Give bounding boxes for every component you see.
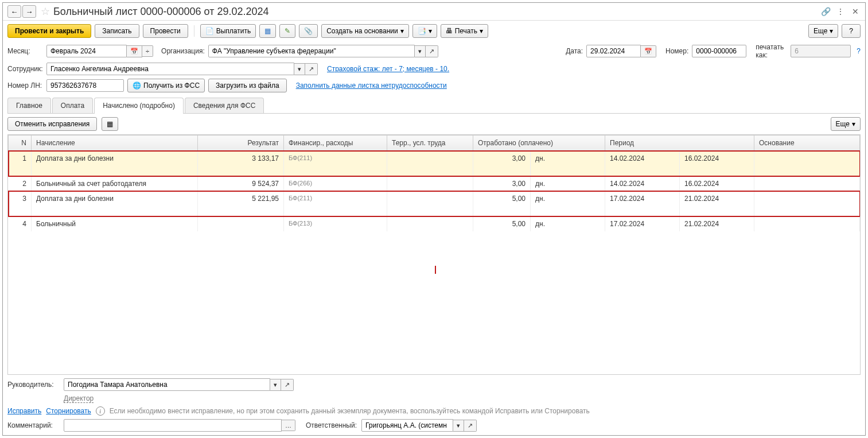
table-row[interactable]: 2Больничный за счет работодателя9 524,37…	[9, 176, 860, 192]
storno-link[interactable]: Сторнировать	[46, 407, 91, 415]
resp-label: Ответственный:	[306, 421, 357, 429]
link-icon[interactable]: 🔗	[820, 6, 831, 17]
director-link[interactable]: Директор	[64, 394, 94, 403]
tab-accrued[interactable]: Начислено (подробно)	[94, 98, 184, 113]
save-button[interactable]: Записать	[95, 24, 139, 38]
info-icon: i	[96, 406, 105, 416]
more-menu-icon[interactable]: ⋮	[835, 6, 846, 17]
table-settings-button[interactable]: ▦	[102, 117, 118, 131]
ln-label: Номер ЛН:	[7, 82, 43, 90]
th-fin[interactable]: Финансир., расходы	[284, 135, 387, 151]
tab-fss[interactable]: Сведения для ФСС	[185, 98, 264, 113]
number-input[interactable]	[692, 45, 746, 57]
resp-input[interactable]	[361, 419, 453, 432]
document-icon: ▦	[264, 27, 271, 35]
print-as-label: печатать как:	[756, 43, 787, 59]
table-icon: ▦	[107, 120, 113, 128]
employee-label: Сотрудник:	[7, 65, 43, 73]
load-file-button[interactable]: Загрузить из файла	[208, 79, 287, 92]
cell-basis	[754, 191, 860, 216]
th-terr[interactable]: Терр., усл. труда	[387, 135, 473, 151]
calendar-icon[interactable]: 📅	[641, 45, 656, 57]
cell-period-to: 16.02.2024	[680, 176, 754, 192]
forward-button[interactable]: →	[22, 5, 36, 18]
post-and-close-button[interactable]: Провести и закрыть	[7, 24, 91, 38]
cell-period-from: 14.02.2024	[605, 176, 680, 192]
cell-terr	[387, 176, 473, 192]
th-basis[interactable]: Основание	[754, 135, 860, 151]
org-input[interactable]	[208, 45, 415, 57]
dropdown-icon[interactable]: ▾	[453, 420, 464, 432]
cell-n: 4	[9, 216, 32, 231]
dropdown-icon[interactable]: ▾	[415, 45, 426, 57]
dropdown-icon[interactable]: ▾	[294, 63, 305, 75]
cell-unit: дн.	[531, 176, 605, 192]
manager-input[interactable]	[64, 378, 270, 391]
open-icon[interactable]: ↗	[426, 45, 438, 57]
cell-basis	[754, 151, 860, 176]
ln-input[interactable]	[46, 79, 124, 92]
doc-action-button[interactable]: 📑▾	[412, 24, 437, 38]
clip-icon: 📎	[304, 27, 313, 35]
number-label: Номер:	[665, 47, 688, 55]
accruals-table: N Начисление Результат Финансир., расход…	[8, 135, 860, 231]
th-period[interactable]: Период	[605, 135, 754, 151]
open-icon[interactable]: ↗	[281, 379, 294, 391]
cell-worked: 3,00	[473, 176, 531, 192]
info-text: Если необходимо внести исправление, но п…	[110, 407, 590, 415]
employee-input[interactable]	[46, 63, 294, 75]
fill-link[interactable]: Заполнить данные листка нетрудоспособнос…	[296, 82, 447, 90]
cell-period-from: 17.02.2024	[605, 216, 680, 231]
comment-input[interactable]	[64, 419, 282, 432]
help-button[interactable]: ?	[842, 24, 861, 38]
attach-icon-button[interactable]: 📎	[299, 24, 318, 38]
pay-icon: 📄	[205, 27, 214, 35]
table-row[interactable]: 1Доплата за дни болезни3 133,17БФ(211)3,…	[9, 151, 860, 176]
chevron-down-icon: ▾	[480, 27, 483, 35]
th-n[interactable]: N	[9, 135, 32, 151]
th-name[interactable]: Начисление	[32, 135, 198, 151]
back-button[interactable]: ←	[7, 5, 21, 18]
table-row[interactable]: 4БольничныйБФ(213)5,00дн.17.02.202421.02…	[9, 216, 860, 231]
table-more-button[interactable]: Еще ▾	[831, 117, 861, 131]
create-based-button[interactable]: Создать на основании ▾	[321, 24, 409, 38]
th-worked[interactable]: Отработано (оплачено)	[473, 135, 605, 151]
date-input[interactable]	[586, 45, 641, 57]
edit-icon-button[interactable]: ✎	[279, 24, 295, 38]
th-result[interactable]: Результат	[198, 135, 284, 151]
close-icon[interactable]: ✕	[850, 6, 861, 17]
more-button[interactable]: Еще ▾	[808, 24, 838, 38]
pencil-icon: ✎	[285, 27, 290, 35]
month-input[interactable]	[46, 45, 127, 57]
get-fss-button[interactable]: 🌐 Получить из ФСС	[127, 79, 205, 92]
print-button[interactable]: 🖶 Печать ▾	[441, 24, 488, 38]
doc-icon-button[interactable]: ▦	[259, 24, 276, 38]
insurance-link[interactable]: Страховой стаж: лет - 7; месяцев - 10.	[327, 65, 449, 73]
tab-payment[interactable]: Оплата	[52, 98, 93, 113]
favorite-icon[interactable]: ☆	[41, 5, 50, 18]
cell-terr	[387, 216, 473, 231]
printer-icon: 🖶	[446, 27, 453, 35]
cell-name: Больничный за счет работодателя	[32, 176, 198, 192]
month-label: Месяц:	[7, 47, 43, 55]
dropdown-icon[interactable]: ▾	[270, 379, 281, 391]
open-icon[interactable]: ↗	[305, 63, 318, 75]
manager-label: Руководитель:	[7, 381, 59, 389]
stepper-icon[interactable]: ÷	[142, 45, 153, 57]
separator	[194, 25, 194, 37]
fix-link[interactable]: Исправить	[7, 407, 41, 415]
cell-result	[198, 216, 284, 231]
ellipsis-icon[interactable]: …	[282, 420, 295, 431]
table-row[interactable]: 3Доплата за дни болезни5 221,95БФ(211)5,…	[9, 191, 860, 216]
open-icon[interactable]: ↗	[464, 420, 477, 432]
help-icon[interactable]: ?	[857, 47, 861, 55]
pay-button[interactable]: 📄 Выплатить	[200, 24, 256, 38]
calendar-icon[interactable]: 📅	[127, 45, 142, 57]
cell-basis	[754, 216, 860, 231]
tab-main[interactable]: Главное	[7, 98, 51, 113]
cell-terr	[387, 151, 473, 176]
cancel-corrections-button[interactable]: Отменить исправления	[7, 117, 97, 131]
chevron-down-icon: ▾	[852, 120, 855, 128]
cell-unit: дн.	[531, 216, 605, 231]
post-button[interactable]: Провести	[143, 24, 188, 38]
